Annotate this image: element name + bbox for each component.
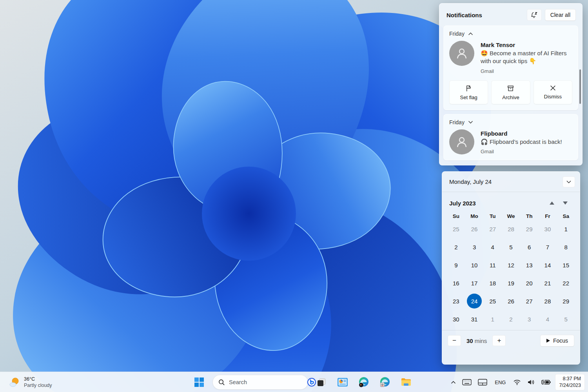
calendar-day[interactable]: 5 (502, 238, 520, 256)
calendar-day[interactable]: 9 (447, 256, 465, 274)
calendar-day[interactable]: 11 (483, 256, 502, 274)
touch-keyboard-button[interactable] (460, 375, 474, 389)
notification-item[interactable]: Mark Tensor 🤩 Become a master of AI Filt… (449, 41, 572, 74)
app-icon-chart[interactable] (335, 374, 350, 390)
battery-charging-icon (541, 379, 551, 385)
calendar-day[interactable]: 29 (557, 292, 575, 310)
touchpad-button[interactable] (476, 375, 489, 389)
calendar-day[interactable]: 13 (520, 256, 539, 274)
calendar-day[interactable]: 29 (520, 220, 539, 238)
file-explorer-button[interactable] (398, 374, 414, 390)
decrease-duration-button[interactable]: − (448, 335, 461, 346)
prev-month-button[interactable] (545, 198, 559, 208)
calendar-day[interactable]: 26 (502, 292, 520, 310)
language-indicator[interactable]: ENG (492, 375, 509, 389)
calendar-day[interactable]: 28 (502, 220, 520, 238)
flag-icon (465, 85, 472, 92)
windows-logo-icon (194, 377, 204, 387)
weekday-label: Su (447, 209, 465, 220)
notification-message: 🤩 Become a master of AI Filters with our… (481, 49, 572, 65)
calendar-header: Monday, July 24 (442, 172, 580, 192)
dismiss-label: Dismiss (544, 94, 562, 100)
calendar-day[interactable]: 14 (539, 256, 557, 274)
edge-browser-button[interactable] (356, 374, 372, 390)
scrollbar-thumb[interactable] (579, 69, 581, 104)
edge-icon (358, 376, 370, 388)
calendar-day[interactable]: 4 (483, 238, 502, 256)
archive-button[interactable]: Archive (491, 80, 530, 104)
calendar-day[interactable]: 21 (539, 274, 557, 292)
calendar-collapse-button[interactable] (563, 176, 575, 187)
set-flag-label: Set flag (460, 94, 477, 100)
do-not-disturb-button[interactable] (527, 9, 542, 21)
wifi-indicator[interactable] (511, 375, 523, 389)
clear-all-button[interactable]: Clear all (545, 9, 576, 21)
group-header[interactable]: Friday (449, 118, 572, 129)
show-hidden-icons-button[interactable] (449, 375, 458, 389)
touchpad-icon (478, 379, 487, 386)
calendar-day[interactable]: 6 (520, 238, 539, 256)
calendar-day[interactable]: 2 (502, 310, 520, 328)
set-flag-button[interactable]: Set flag (449, 80, 488, 104)
calendar-day[interactable]: 3 (520, 310, 539, 328)
calendar-day[interactable]: 3 (465, 238, 484, 256)
calendar-day[interactable]: 28 (539, 292, 557, 310)
chart-app-icon (337, 377, 348, 388)
calendar-day[interactable]: 1 (557, 220, 575, 238)
battery-indicator[interactable] (539, 375, 553, 389)
calendar-day[interactable]: 25 (447, 220, 465, 238)
calendar-day[interactable]: 7 (539, 238, 557, 256)
calendar-day[interactable]: 23 (447, 292, 465, 310)
notification-source: Gmail (481, 149, 572, 154)
calendar-day-selected[interactable]: 24 (467, 294, 482, 309)
group-header[interactable]: Friday (449, 30, 572, 41)
calendar-day[interactable]: 30 (539, 220, 557, 238)
calendar-month-row: July 2023 (442, 192, 580, 209)
notification-group-expanded: Friday Mark Tensor 🤩 Become a master of … (443, 25, 578, 110)
focus-label: Focus (553, 338, 568, 344)
calendar-day[interactable]: 16 (447, 274, 465, 292)
notifications-panel: Notifications Clear all Friday (439, 3, 583, 165)
calendar-day[interactable]: 15 (557, 256, 575, 274)
edge-icon-badged (379, 376, 391, 388)
calendar-day[interactable]: 22 (557, 274, 575, 292)
calendar-day[interactable]: 18 (483, 274, 502, 292)
calendar-day[interactable]: 27 (483, 220, 502, 238)
calendar-day[interactable]: 12 (502, 256, 520, 274)
task-view-button[interactable] (314, 374, 329, 390)
calendar-day-grid: 2526272829301234567891011121314151617181… (442, 220, 580, 328)
volume-indicator[interactable] (525, 375, 537, 389)
search-box[interactable] (212, 375, 308, 390)
increase-duration-button[interactable]: + (492, 335, 506, 346)
dismiss-button[interactable]: Dismiss (534, 80, 572, 104)
weekday-label: Sa (557, 209, 575, 220)
calendar-day[interactable]: 17 (465, 274, 484, 292)
calendar-day[interactable]: 26 (465, 220, 484, 238)
calendar-day[interactable]: 19 (502, 274, 520, 292)
calendar-date-label: Monday, July 24 (449, 178, 563, 185)
calendar-day[interactable]: 30 (447, 310, 465, 328)
next-month-button[interactable] (559, 198, 572, 208)
calendar-day[interactable]: 4 (539, 310, 557, 328)
calendar-day[interactable]: 2 (447, 238, 465, 256)
focus-duration: 30mins (466, 338, 487, 344)
archive-label: Archive (502, 94, 519, 100)
calendar-day[interactable]: 8 (557, 238, 575, 256)
edge-browser-button-2[interactable] (377, 374, 393, 390)
folder-icon (400, 376, 412, 388)
clock-widget[interactable]: 8:37 PM 7/24/2023 (555, 374, 585, 390)
search-input[interactable] (229, 379, 302, 385)
weekday-label: Fr (539, 209, 557, 220)
calendar-day[interactable]: 25 (483, 292, 502, 310)
calendar-day[interactable]: 27 (520, 292, 539, 310)
calendar-day[interactable]: 1 (483, 310, 502, 328)
calendar-day[interactable]: 5 (557, 310, 575, 328)
weekday-label: Tu (483, 209, 502, 220)
calendar-day[interactable]: 10 (465, 256, 484, 274)
start-button[interactable] (191, 374, 207, 390)
calendar-day[interactable]: 20 (520, 274, 539, 292)
weather-widget[interactable]: 36°C Partly cloudy (5, 372, 55, 392)
focus-button[interactable]: Focus (540, 335, 574, 347)
calendar-day[interactable]: 31 (465, 310, 484, 328)
notification-item[interactable]: Flipboard 🎧 Flipboard’s podcast is back!… (449, 129, 572, 154)
